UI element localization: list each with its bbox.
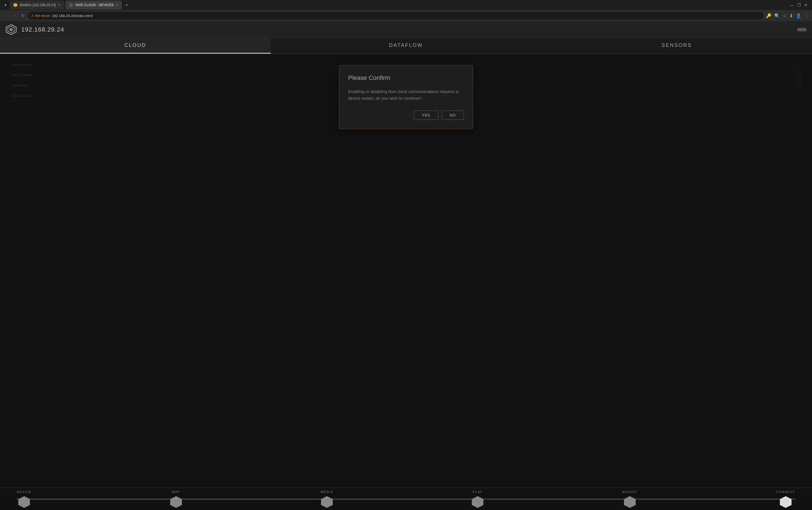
not-secure-label: Not secure (35, 14, 50, 17)
modal-overlay: Please Confirm Enabling or disabling hiv… (0, 54, 812, 488)
back-button[interactable]: ← (3, 12, 9, 19)
tab-dropdown[interactable]: ▾ (2, 2, 9, 8)
tab-bar: ▾ BeeBox [192.168.29.24] ✕ HIVE CLOUD - … (0, 0, 812, 10)
bottom-nav-items: DEVICE MAP MEDIA PLAY ADJUST CONNECT (17, 490, 795, 508)
hive-favicon-icon (69, 3, 73, 7)
tab-beebox-close[interactable]: ✕ (58, 3, 61, 7)
modal-body: Enabling or disabling hive cloud communi… (348, 88, 464, 102)
tab-hive-close[interactable]: ✕ (116, 3, 118, 7)
nav-adjust-node (624, 496, 636, 508)
address-text: 192.168.29.24/index.html (52, 14, 92, 18)
nav-adjust-label: ADJUST (622, 490, 638, 493)
tab-cloud-label: CLOUD (124, 42, 146, 48)
tab-beebox-label: BeeBox [192.168.29.24] (20, 3, 56, 7)
nav-device-node (18, 496, 30, 508)
bookmark-icon[interactable]: ☆ (783, 13, 787, 19)
nav-item-play[interactable]: PLAY (472, 490, 484, 508)
content-area: Cloud Enable Cloud Server Cloud Key Clou… (0, 54, 812, 488)
warning-icon: ⚠ (31, 14, 34, 18)
maximize-button[interactable]: ❐ (797, 3, 801, 7)
tab-hive[interactable]: HIVE CLOUD - DEVICES ✕ (65, 1, 122, 9)
nav-item-media[interactable]: MEDIA (320, 490, 333, 508)
address-bar: ← → ↻ ⚠ Not secure 192.168.29.24/index.h… (0, 10, 812, 21)
tab-sensors[interactable]: SENSORS (541, 38, 812, 54)
not-secure-indicator: ⚠ Not secure (31, 14, 50, 18)
confirm-no-button[interactable]: NO (442, 111, 464, 120)
nav-play-label: PLAY (473, 490, 483, 493)
nav-media-label: MEDIA (320, 490, 333, 493)
nav-item-adjust[interactable]: ADJUST (622, 490, 638, 508)
confirm-modal: Please Confirm Enabling or disabling hiv… (339, 65, 473, 129)
minimize-button[interactable]: — (790, 3, 794, 7)
nav-item-map[interactable]: MAP (170, 490, 182, 508)
app-container: 192.168.29.24 CLOUD DATAFLOW SENSORS Clo… (0, 21, 812, 510)
nav-play-node (472, 496, 484, 508)
nav-connect-label: CONNECT (776, 490, 795, 493)
svg-marker-2 (9, 28, 13, 31)
bee-favicon-icon (13, 3, 18, 7)
confirm-yes-button[interactable]: YES (414, 111, 438, 120)
nav-item-device[interactable]: DEVICE (17, 490, 32, 508)
zoom-icon[interactable]: 🔍 (774, 13, 780, 19)
password-icon[interactable]: 🔑 (766, 13, 772, 19)
download-icon[interactable]: ⬇ (789, 13, 793, 19)
tab-sensors-label: SENSORS (661, 42, 692, 48)
nav-media-node (321, 496, 333, 508)
nav-map-label: MAP (172, 490, 180, 493)
nav-item-connect[interactable]: CONNECT (776, 490, 795, 508)
tab-dataflow-label: DATAFLOW (389, 42, 423, 48)
reload-button[interactable]: ↻ (20, 12, 26, 19)
modal-buttons: YES NO (348, 111, 464, 120)
toolbar-right: 🔑 🔍 ☆ ⬇ 👤 ⋮ (766, 13, 809, 19)
app-header: 192.168.29.24 (0, 21, 812, 38)
window-controls: — ❐ ✕ (790, 3, 810, 7)
header-action-button[interactable] (798, 28, 806, 31)
profile-icon[interactable]: 👤 (796, 13, 802, 19)
new-tab-button[interactable]: + (123, 1, 130, 9)
address-input[interactable]: ⚠ Not secure 192.168.29.24/index.html (28, 12, 764, 20)
bottom-nav: DEVICE MAP MEDIA PLAY ADJUST CONNECT (0, 488, 812, 510)
modal-title: Please Confirm (348, 74, 464, 82)
close-button[interactable]: ✕ (804, 3, 808, 7)
forward-button[interactable]: → (12, 12, 18, 19)
nav-device-label: DEVICE (17, 490, 32, 493)
nav-connect-node (780, 496, 792, 508)
app-title: 192.168.29.24 (21, 26, 64, 33)
tab-cloud[interactable]: CLOUD (0, 38, 271, 54)
nav-map-node (170, 496, 182, 508)
tab-dataflow[interactable]: DATAFLOW (271, 38, 542, 54)
tab-beebox[interactable]: BeeBox [192.168.29.24] ✕ (10, 1, 64, 9)
menu-icon[interactable]: ⋮ (804, 13, 809, 19)
main-tabs: CLOUD DATAFLOW SENSORS (0, 38, 812, 54)
tab-hive-label: HIVE CLOUD - DEVICES (76, 3, 114, 7)
app-logo-icon (6, 24, 17, 35)
browser-chrome: ▾ BeeBox [192.168.29.24] ✕ HIVE CLOUD - … (0, 0, 812, 21)
